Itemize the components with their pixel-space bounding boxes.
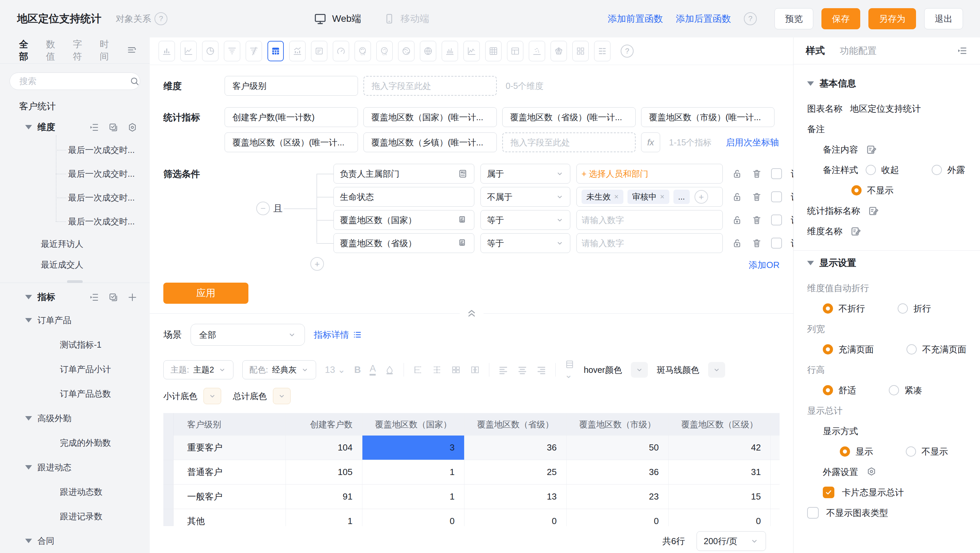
bar-chart-icon[interactable] [159,41,175,61]
column-header[interactable]: 覆盖地区数（乡镇） [771,413,780,435]
fill-page-option[interactable]: 充满页面 [823,344,874,355]
table-cell[interactable]: 1 [363,484,465,509]
border-left-control[interactable] [413,365,423,375]
dimension-field[interactable]: 最近拜访人 [0,233,150,254]
radio-icon[interactable] [932,165,942,175]
trend-line-icon[interactable] [463,41,480,61]
combo-chart-icon[interactable] [289,41,305,61]
multi-select-icon[interactable] [108,292,118,302]
help-icon[interactable]: ? [154,12,167,25]
table-cell[interactable]: 50 [566,435,669,460]
preview-button[interactable]: 预览 [775,8,813,29]
table-cell[interactable] [771,509,780,526]
metric-field[interactable]: 订单产品小计 [0,357,150,381]
world-bubble-map-icon[interactable] [398,41,414,61]
save-as-button[interactable]: 另存为 [869,8,916,29]
filter-value-input[interactable]: 请输入数字 [576,233,723,253]
table-cell[interactable]: 0 [669,509,771,526]
basic-info-section[interactable]: 基本信息 [807,77,980,89]
radar-icon[interactable] [550,41,567,61]
set-as-checkbox[interactable] [771,168,782,179]
table-cell[interactable]: 其他 [173,509,286,526]
set-as-checkbox[interactable] [771,215,782,225]
mobile-device-toggle[interactable]: 移动端 [383,12,429,25]
radio-selected-icon[interactable] [823,385,833,395]
save-button[interactable]: 保存 [821,8,860,29]
panel-collapse-icon[interactable] [957,45,968,56]
note-style-expose-option[interactable]: 外露 [932,164,965,176]
china-map-icon[interactable]: CN [355,41,371,61]
dimension-section-header[interactable]: 维度 [0,115,150,138]
metric-group[interactable]: 合同 [0,529,150,553]
exit-button[interactable]: 退出 [924,8,963,29]
filter-value-input[interactable]: 请输入数字 [576,210,723,230]
selected-table-cell[interactable]: 3 [363,435,465,460]
radio-selected-icon[interactable] [851,185,862,196]
table-cell[interactable]: 重要客户 [173,435,286,460]
metric-chip[interactable]: 覆盖地区数（市级）(唯一计... [641,107,775,127]
column-header[interactable]: 创建客户数 [286,413,363,435]
edit-icon[interactable] [850,225,862,237]
more-tags[interactable]: ... [673,190,690,204]
add-or-link[interactable]: 添加OR [749,259,780,271]
table-cell[interactable]: 普通客户 [173,460,286,484]
display-settings-section[interactable]: 显示设置 [807,257,980,269]
align-center-control[interactable] [517,365,527,375]
set-as-checkbox[interactable] [771,238,782,249]
table-cell[interactable]: 23 [566,484,669,509]
metric-chip[interactable]: 覆盖地区数（区级）(唯一计... [224,132,358,152]
card-group-icon[interactable] [572,41,589,61]
page-size-select[interactable]: 200行/页 [697,531,766,551]
add-pre-function-link[interactable]: 添加前置函数 [608,13,663,25]
fill-color-control[interactable] [385,365,395,375]
radio-icon[interactable] [889,385,899,395]
and-node[interactable]: − 且 [256,202,282,215]
remove-tag-icon[interactable]: × [614,193,619,201]
metric-field[interactable]: 完成的外勤数 [0,430,150,455]
trash-icon[interactable] [751,215,762,225]
palette-select[interactable]: 配色: 经典灰 [242,360,316,379]
radio-icon[interactable] [907,344,917,354]
checkbox-unchecked-icon[interactable] [807,507,819,519]
unlock-icon[interactable] [732,215,743,225]
align-right-control[interactable] [536,365,546,375]
object-relation[interactable]: 对象关系 ? [116,12,167,25]
collapse-group-icon[interactable]: − [256,202,270,215]
table-cell[interactable]: 91 [286,484,363,509]
table-cell[interactable]: 31 [669,460,771,484]
metric-field[interactable]: 订单产品总数 [0,381,150,406]
pivot-table-icon[interactable] [485,41,501,61]
compact-option[interactable]: 紧凑 [889,384,922,396]
total-bg-picker[interactable] [273,388,291,404]
table-cell[interactable]: 104 [286,435,363,460]
apply-button[interactable]: 应用 [163,283,248,304]
table-cell[interactable]: 一般客户 [173,484,286,509]
formula-button[interactable]: fx [641,132,660,152]
radio-icon[interactable] [898,303,908,314]
zebra-color-picker[interactable] [708,362,725,378]
metric-drop-zone[interactable]: 拖入字段至此处 [502,132,636,152]
table-cell[interactable]: 25 [465,460,566,484]
expand-tree-icon[interactable] [89,122,99,132]
filter-field[interactable]: 覆盖地区数（省级） [334,233,474,253]
web-device-toggle[interactable]: Web端 [314,12,361,25]
no-wrap-option[interactable]: 不折行 [823,303,865,315]
settings-hexagon-icon[interactable] [127,122,137,132]
china-bubble-map-icon[interactable]: CN [376,41,393,61]
function-help-icon[interactable]: ? [744,12,757,25]
metric-chip[interactable]: 覆盖地区数（乡镇）(唯一计... [363,132,497,152]
no-fill-page-option[interactable]: 不充满页面 [907,344,966,355]
split-cells-control[interactable] [470,365,480,375]
table-icon[interactable] [267,41,284,61]
funnel-compare-icon[interactable] [246,41,262,61]
metric-group[interactable]: 高级外勤 [0,406,150,430]
wrap-option[interactable]: 折行 [898,303,931,315]
align-left-control[interactable] [498,365,508,375]
filter-field[interactable]: 生命状态 [334,187,474,207]
card-icon[interactable] [311,41,327,61]
indicator-list-icon[interactable] [594,41,611,61]
select-people-link[interactable]: + 选择人员和部门 [582,168,649,180]
collapse-chevron-icon[interactable] [460,308,484,319]
column-header[interactable]: 覆盖地区数（市级） [566,413,669,435]
table-cell[interactable] [771,435,780,460]
